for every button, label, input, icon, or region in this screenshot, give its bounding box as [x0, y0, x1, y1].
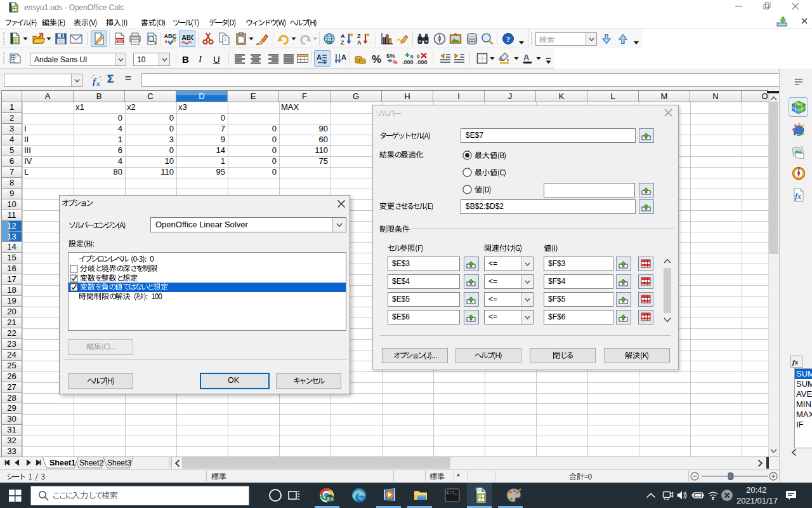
svg-text:Sheet2: Sheet2 [79, 458, 103, 467]
svg-text:?: ? [506, 34, 511, 44]
svg-text:PDF: PDF [116, 39, 124, 43]
svg-text:A: A [341, 33, 345, 39]
svg-text:ABC: ABC [182, 34, 194, 41]
svg-text:A: A [523, 53, 530, 62]
svg-text:.000: .000 [402, 59, 414, 65]
svg-text:N: N [797, 167, 799, 170]
svg-text:0: 0 [417, 53, 420, 59]
svg-text:A: A [341, 53, 346, 61]
svg-text:A: A [357, 39, 362, 45]
svg-text:Z: Z [357, 33, 361, 39]
svg-text:Sheet3: Sheet3 [107, 458, 131, 467]
svg-text:0: 0 [410, 54, 414, 60]
svg-text:%: % [393, 59, 398, 65]
svg-text:$%: $% [386, 52, 395, 59]
svg-text:C:\_: C:\_ [447, 490, 458, 495]
svg-text:fx: fx [795, 192, 801, 201]
svg-text:A: A [317, 53, 322, 61]
svg-text:Sheet1: Sheet1 [49, 458, 75, 467]
svg-text:.000: .000 [416, 59, 428, 65]
svg-text:x: x [96, 79, 100, 87]
svg-text:康成: 康成 [326, 497, 334, 502]
svg-text:Z: Z [341, 39, 344, 45]
svg-text:fx: fx [792, 358, 799, 366]
